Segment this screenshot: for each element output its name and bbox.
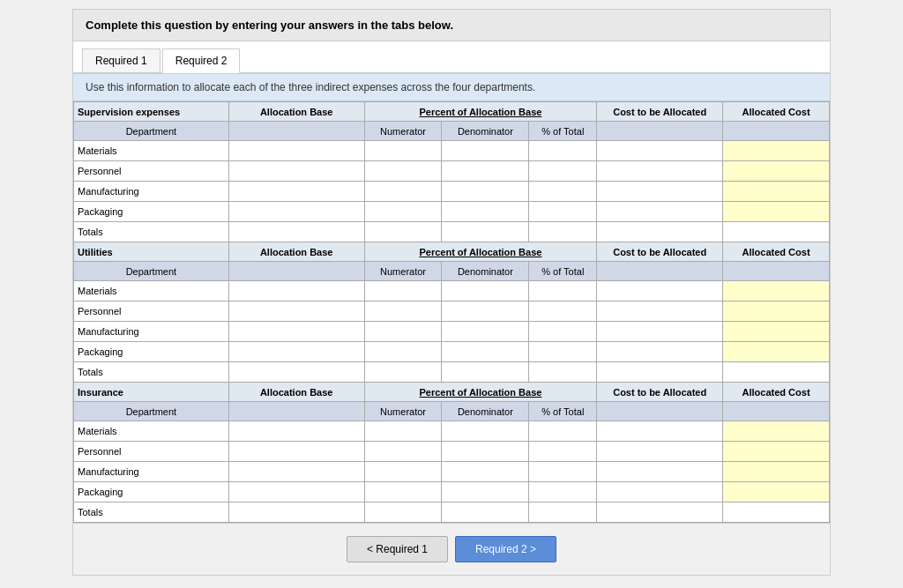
supervision-personnel-alloccost[interactable]: [723, 161, 830, 182]
tab-required-2[interactable]: Required 2: [162, 48, 241, 73]
utilities-allocated-header: Allocated Cost: [723, 242, 830, 262]
tab-required-1[interactable]: Required 1: [82, 48, 160, 72]
supervision-manufacturing-denom[interactable]: [442, 182, 529, 202]
supervision-manufacturing-alloc[interactable]: [228, 182, 364, 202]
supervision-materials-alloc-input[interactable]: [233, 143, 361, 159]
supervision-materials-cost[interactable]: [597, 141, 723, 161]
supervision-materials-label: Materials: [74, 141, 229, 161]
utilities-materials-num[interactable]: [364, 281, 442, 301]
insurance-alloccost-subhdr: [723, 402, 830, 421]
supervision-materials-cost-input[interactable]: [601, 143, 719, 159]
supervision-personnel-cost[interactable]: [597, 161, 723, 182]
utilities-personnel-label: Personnel: [74, 301, 229, 322]
supervision-numerator-subhdr: Numerator: [364, 122, 442, 141]
supervision-materials-pct-input[interactable]: [533, 143, 593, 159]
insurance-subheader-row: Department Numerator Denominator % of To…: [74, 402, 830, 421]
allocation-table: Supervision expenses Allocation Base Per…: [73, 101, 830, 523]
supervision-manufacturing-alloccost[interactable]: [723, 182, 830, 202]
supervision-materials-pct[interactable]: [529, 141, 597, 161]
utilities-materials-alloc[interactable]: [228, 281, 364, 301]
info-text: Use this information to allocate each of…: [86, 81, 535, 93]
utilities-materials-alloccost[interactable]: [723, 281, 830, 301]
utilities-manufacturing-label: Manufacturing: [74, 322, 229, 342]
utilities-pct-subhdr: % of Total: [529, 262, 597, 281]
utilities-denominator-subhdr: Denominator: [442, 262, 529, 281]
bottom-nav: < Required 1 Required 2 >: [73, 523, 830, 575]
supervision-allocated-header: Allocated Cost: [723, 102, 830, 122]
supervision-personnel-pct[interactable]: [529, 161, 597, 182]
supervision-denominator-subhdr: Denominator: [442, 122, 529, 141]
insurance-dept-subhdr: Department: [74, 402, 229, 421]
utilities-header-row: Utilities Allocation Base Percent of All…: [74, 242, 830, 262]
insurance-alloc-subhdr: [228, 402, 364, 421]
prev-button[interactable]: < Required 1: [347, 536, 448, 562]
insurance-packaging-row: Packaging: [74, 482, 830, 502]
supervision-packaging-row: Packaging: [74, 202, 830, 222]
supervision-totals-num[interactable]: [364, 222, 442, 242]
supervision-totals-cost[interactable]: [597, 222, 723, 242]
supervision-totals-alloc[interactable]: [228, 222, 364, 242]
supervision-materials-alloc[interactable]: [228, 141, 364, 161]
next-button[interactable]: Required 2 >: [455, 536, 556, 562]
supervision-alloc-subhdr: [228, 122, 364, 141]
insurance-header-row: Insurance Allocation Base Percent of All…: [74, 383, 830, 402]
supervision-materials-num-input[interactable]: [369, 143, 438, 159]
supervision-materials-denom-input[interactable]: [445, 143, 525, 159]
utilities-alloc-subhdr: [228, 262, 364, 281]
supervision-packaging-denom[interactable]: [442, 202, 529, 222]
supervision-totals-pct[interactable]: [529, 222, 597, 242]
supervision-packaging-cost[interactable]: [597, 202, 723, 222]
supervision-materials-num[interactable]: [364, 141, 442, 161]
instruction-text: Complete this question by entering your …: [86, 19, 453, 32]
insurance-alloc-base-header: Allocation Base: [228, 383, 364, 402]
utilities-subheader-row: Department Numerator Denominator % of To…: [74, 262, 830, 281]
supervision-materials-alloccost-input[interactable]: [727, 143, 825, 159]
supervision-materials-denom[interactable]: [442, 141, 529, 161]
insurance-materials-row: Materials: [74, 421, 830, 442]
supervision-personnel-num[interactable]: [364, 161, 442, 182]
supervision-percent-header: Percent of Allocation Base: [364, 102, 597, 122]
supervision-manufacturing-cost[interactable]: [597, 182, 723, 202]
insurance-packaging-label: Packaging: [74, 482, 229, 502]
utilities-packaging-label: Packaging: [74, 342, 229, 362]
utilities-materials-cost[interactable]: [597, 281, 723, 301]
utilities-materials-pct[interactable]: [529, 281, 597, 301]
supervision-packaging-pct[interactable]: [529, 202, 597, 222]
supervision-cost-subhdr: [597, 122, 723, 141]
utilities-numerator-subhdr: Numerator: [364, 262, 442, 281]
supervision-dept-subhdr: Department: [74, 122, 229, 141]
supervision-packaging-label: Packaging: [74, 202, 229, 222]
supervision-label: Supervision expenses: [74, 102, 229, 122]
supervision-personnel-alloc[interactable]: [228, 161, 364, 182]
supervision-totals-alloccost[interactable]: [723, 222, 830, 242]
supervision-totals-label: Totals: [74, 222, 229, 242]
utilities-percent-header: Percent of Allocation Base: [364, 242, 597, 262]
insurance-manufacturing-label: Manufacturing: [74, 462, 229, 482]
supervision-totals-denom[interactable]: [442, 222, 529, 242]
supervision-materials-alloccost[interactable]: [723, 141, 830, 161]
supervision-packaging-alloc[interactable]: [228, 202, 364, 222]
utilities-label: Utilities: [74, 242, 229, 262]
utilities-personnel-row: Personnel: [74, 301, 830, 322]
supervision-manufacturing-row: Manufacturing: [74, 182, 830, 202]
instruction-bar: Complete this question by entering your …: [73, 10, 830, 41]
supervision-personnel-row: Personnel: [74, 161, 830, 182]
insurance-pct-subhdr: % of Total: [529, 402, 597, 421]
supervision-packaging-num[interactable]: [364, 202, 442, 222]
supervision-subheader-row: Department Numerator Denominator % of To…: [74, 122, 830, 141]
utilities-manufacturing-row: Manufacturing: [74, 322, 830, 342]
supervision-manufacturing-label: Manufacturing: [74, 182, 229, 202]
insurance-totals-label: Totals: [74, 502, 229, 523]
supervision-pct-subhdr: % of Total: [529, 122, 597, 141]
utilities-totals-row: Totals: [74, 362, 830, 383]
supervision-cost-header: Cost to be Allocated: [597, 102, 723, 122]
utilities-cost-subhdr: [597, 262, 723, 281]
supervision-header-row: Supervision expenses Allocation Base Per…: [74, 102, 830, 122]
supervision-manufacturing-num[interactable]: [364, 182, 442, 202]
insurance-personnel-label: Personnel: [74, 442, 229, 462]
utilities-materials-denom[interactable]: [442, 281, 529, 301]
supervision-personnel-denom[interactable]: [442, 161, 529, 182]
supervision-packaging-alloccost[interactable]: [723, 202, 830, 222]
insurance-percent-header: Percent of Allocation Base: [364, 383, 597, 402]
supervision-manufacturing-pct[interactable]: [529, 182, 597, 202]
